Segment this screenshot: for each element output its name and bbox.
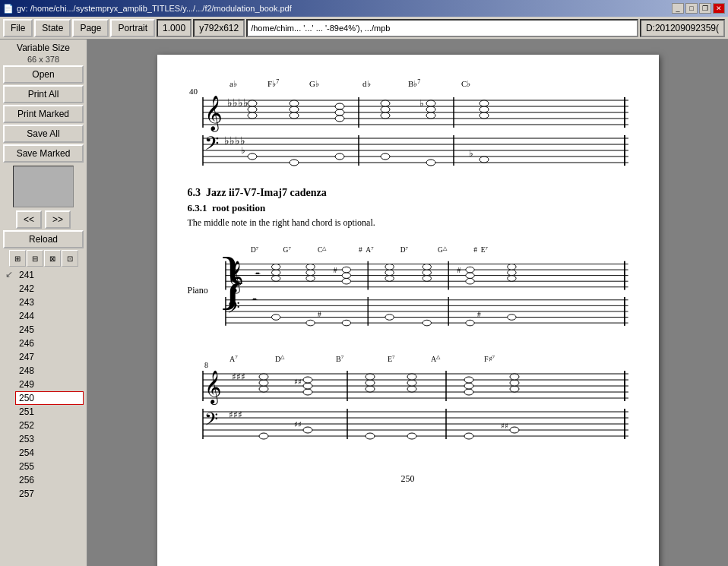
- svg-text:A△: A△: [431, 354, 441, 363]
- svg-text:𝄢: 𝄢: [204, 409, 218, 433]
- svg-text:E7: E7: [388, 354, 395, 363]
- svg-point-80: [342, 267, 350, 273]
- icon-btn-2[interactable]: ⊟: [27, 250, 43, 267]
- toolbar: File State Page Portrait 1.000 y792x612 …: [0, 17, 728, 40]
- title-bar: 📄 gv: /home/chi.../systempryx_amplib_TIT…: [0, 0, 728, 17]
- icon-btn-4[interactable]: ⊡: [62, 250, 78, 267]
- svg-point-91: [466, 273, 474, 279]
- svg-text:♯♯♯: ♯♯♯: [229, 409, 242, 420]
- svg-point-147: [407, 374, 416, 380]
- svg-point-94: [508, 276, 516, 282]
- page-item[interactable]: 243: [15, 296, 84, 309]
- svg-point-164: [303, 427, 312, 433]
- svg-point-32: [480, 112, 489, 119]
- close-button[interactable]: ✕: [713, 3, 725, 14]
- svg-text:♯♯♯: ♯♯♯: [232, 372, 245, 382]
- next-button[interactable]: >>: [45, 210, 71, 229]
- icon-btn-3[interactable]: ⊠: [44, 250, 61, 267]
- page-item[interactable]: 249: [15, 378, 84, 391]
- page-button[interactable]: Page: [72, 19, 109, 37]
- svg-text:#: #: [334, 267, 337, 274]
- minimize-button[interactable]: _: [672, 3, 684, 14]
- piano-staff-2-svg: 8 A7 D△ B7 E7 A△ F♯7 𝄞 ♯♯♯: [188, 353, 628, 455]
- svg-point-79: [342, 273, 350, 279]
- svg-point-83: [385, 276, 394, 282]
- svg-point-21: [335, 109, 344, 115]
- variable-size-label: Variable Size: [17, 43, 70, 53]
- page-item[interactable]: 255: [15, 460, 84, 473]
- svg-point-143: [366, 380, 375, 386]
- page-item[interactable]: 251: [15, 405, 84, 419]
- svg-text:♭: ♭: [419, 98, 424, 109]
- svg-point-150: [464, 383, 473, 389]
- piano-staff-2: 8 A7 D△ B7 E7 A△ F♯7 𝄞 ♯♯♯: [188, 353, 628, 458]
- svg-text:♯♯: ♯♯: [501, 422, 508, 430]
- maximize-button[interactable]: □: [685, 3, 698, 14]
- page-item[interactable]: 241: [15, 268, 84, 282]
- page-item[interactable]: 248: [15, 364, 84, 378]
- svg-text:d♭: d♭: [362, 79, 371, 88]
- zoom-label: 1.000: [157, 19, 191, 37]
- page-item[interactable]: 242: [15, 282, 84, 296]
- svg-point-110: [385, 315, 394, 321]
- app-icon: 📄: [3, 4, 14, 14]
- svg-point-76: [306, 270, 315, 276]
- svg-point-87: [423, 270, 431, 276]
- title-bar-controls[interactable]: _ □ ❐ ✕: [672, 3, 725, 14]
- svg-point-25: [381, 106, 390, 112]
- svg-text:40: 40: [189, 87, 198, 96]
- svg-point-108: [342, 320, 350, 326]
- svg-point-27: [426, 112, 435, 119]
- portrait-button[interactable]: Portrait: [110, 19, 155, 37]
- svg-text:𝄢: 𝄢: [204, 133, 219, 158]
- page-item[interactable]: 253: [15, 432, 84, 446]
- svg-point-170: [464, 433, 473, 439]
- page-item[interactable]: 245: [15, 323, 84, 337]
- svg-point-51: [480, 157, 489, 163]
- page-item[interactable]: 254: [15, 446, 84, 460]
- page-item[interactable]: 252: [15, 419, 84, 432]
- svg-point-88: [423, 264, 431, 270]
- print-all-button[interactable]: Print All: [3, 85, 84, 103]
- page-item[interactable]: 256: [15, 473, 84, 487]
- page-item[interactable]: 246: [15, 337, 84, 350]
- page-item[interactable]: 250: [15, 391, 84, 405]
- svg-point-34: [480, 100, 489, 106]
- state-button[interactable]: State: [34, 19, 71, 37]
- svg-point-154: [510, 374, 519, 380]
- svg-text:}: }: [217, 244, 248, 315]
- file-button[interactable]: File: [3, 19, 33, 37]
- main-container: Variable Size 66 x 378 Open Print All Pr…: [0, 40, 728, 566]
- svg-point-77: [306, 264, 315, 270]
- pdf-page: 40 a♭ F♭7 G♭ d♭ B♭7 C♭ 𝄞: [157, 55, 659, 566]
- svg-point-48: [381, 153, 390, 160]
- svg-point-33: [480, 106, 489, 112]
- open-button[interactable]: Open: [3, 65, 84, 84]
- page-item[interactable]: 247: [15, 350, 84, 364]
- svg-point-96: [508, 264, 516, 270]
- svg-point-163: [259, 433, 268, 439]
- sidebar: Variable Size 66 x 378 Open Print All Pr…: [0, 40, 87, 566]
- page-item[interactable]: 244: [15, 309, 84, 323]
- thumbnail-area: [13, 166, 74, 207]
- svg-point-18: [290, 106, 299, 112]
- svg-point-92: [466, 267, 474, 273]
- restore-button[interactable]: ❐: [699, 3, 711, 14]
- svg-text:a♭: a♭: [229, 79, 237, 88]
- page-item[interactable]: 257: [15, 487, 84, 501]
- pdf-viewer[interactable]: 40 a♭ F♭7 G♭ d♭ B♭7 C♭ 𝄞: [87, 40, 728, 566]
- path-display: /home/chim... '...' ... '-89e4%'), .../m…: [246, 19, 638, 37]
- prev-button[interactable]: <<: [16, 210, 42, 229]
- svg-text:F♭7: F♭7: [267, 78, 279, 89]
- svg-point-75: [306, 276, 315, 282]
- svg-text:♯♯: ♯♯: [294, 378, 302, 386]
- svg-text:B♭7: B♭7: [408, 78, 420, 89]
- icon-btn-1[interactable]: ⊞: [9, 250, 26, 267]
- save-all-button[interactable]: Save All: [3, 125, 84, 143]
- print-marked-button[interactable]: Print Marked: [3, 105, 84, 123]
- save-marked-button[interactable]: Save Marked: [3, 144, 84, 163]
- svg-point-29: [426, 100, 435, 106]
- svg-point-139: [303, 377, 312, 383]
- reload-button[interactable]: Reload: [3, 230, 84, 248]
- svg-point-73: [271, 270, 280, 276]
